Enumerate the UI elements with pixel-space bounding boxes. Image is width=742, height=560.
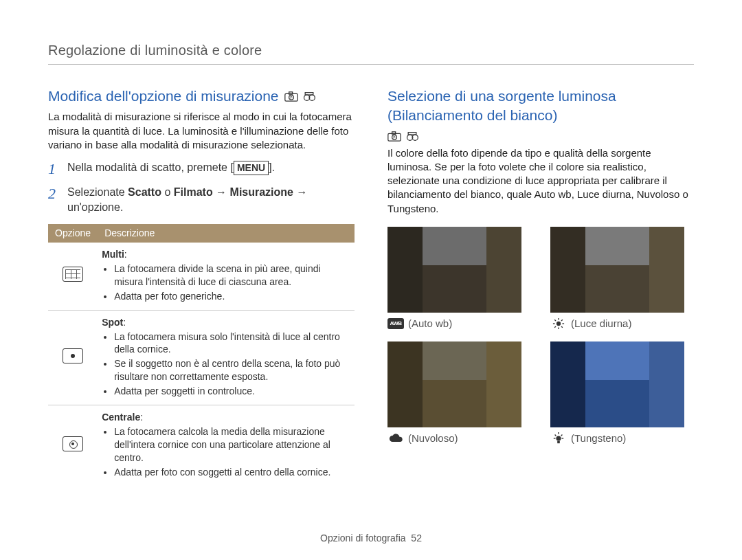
photo-mode-icon: P	[284, 91, 298, 102]
svg-rect-8	[392, 132, 396, 134]
options-table: Opzione Descrizione Multi: La fotocamera…	[48, 224, 355, 485]
right-column: Selezione di una sorgente luminosa (Bila…	[387, 87, 694, 485]
content-columns: Modifica dell'opzione di misurazione P L…	[48, 87, 694, 485]
metering-multi-icon	[63, 267, 83, 282]
awb-icon: AWB	[387, 318, 404, 329]
footer-page: 52	[411, 533, 422, 544]
thumb-image	[550, 341, 684, 427]
opt-desc-multi: Multi: La fotocamera divide la scena in …	[98, 243, 355, 310]
thumb-tungsten: (Tungsteno)	[550, 341, 694, 445]
svg-line-22	[561, 320, 563, 321]
thumb-caption: (Nuvoloso)	[387, 432, 531, 445]
thumb-image	[387, 341, 521, 427]
bullets-spot: La fotocamera misura solo l'intensità di…	[102, 331, 350, 398]
svg-line-27	[555, 435, 556, 436]
step2-arr1: →	[213, 186, 230, 198]
svg-rect-29	[557, 441, 560, 444]
right-intro: Il colore della foto dipende da tipo e q…	[387, 146, 694, 216]
caption-text: (Auto wb)	[408, 317, 452, 331]
left-title-text: Modifica dell'opzione di misurazione	[48, 87, 279, 106]
menu-key: MENU	[234, 161, 269, 175]
mode-icons-right: P	[387, 131, 419, 142]
opt-icon-spot-cell	[48, 310, 98, 405]
bullet: Se il soggetto non è al centro della sce…	[114, 357, 350, 383]
step-1: Nella modalità di scatto, premete [MENU]…	[48, 160, 355, 175]
svg-point-23	[556, 436, 561, 441]
bullet: Adatta per soggetti in controluce.	[114, 385, 350, 398]
svg-line-20	[561, 326, 563, 328]
page-footer: Opzioni di fotografia 52	[0, 532, 742, 545]
bullet: La fotocamera misura solo l'intensità di…	[114, 331, 350, 357]
thumb-caption: AWB (Auto wb)	[387, 317, 531, 331]
svg-line-19	[554, 320, 556, 321]
caption-text: (Luce diurna)	[571, 317, 631, 331]
metering-center-icon	[63, 436, 83, 451]
opt-desc-center: Centrale: La fotocamera calcola la media…	[98, 405, 355, 485]
opt-name-spot: Spot	[102, 317, 123, 328]
thumb-auto-wb: AWB (Auto wb)	[387, 227, 531, 331]
right-title-text: Selezione di una sorgente luminosa (Bila…	[387, 87, 694, 126]
table-row: Multi: La fotocamera divide la scena in …	[48, 243, 355, 310]
svg-line-21	[554, 326, 556, 328]
footer-text: Opzioni di fotografia	[320, 533, 406, 544]
svg-line-28	[561, 435, 563, 436]
caption-text: (Tungsteno)	[571, 432, 626, 445]
cloud-icon	[387, 433, 404, 444]
bulb-icon	[550, 433, 567, 444]
thumbnail-grid: AWB (Auto wb) (Luce diurna)	[387, 227, 694, 446]
step2-mid1: o	[161, 186, 174, 198]
bullet: Adatta per foto generiche.	[114, 290, 350, 303]
page-header: Regolazione di luminosità e colore	[48, 41, 694, 65]
table-row: Centrale: La fotocamera calcola la media…	[48, 405, 355, 485]
th-desc: Descrizione	[98, 224, 355, 243]
bullet: La fotocamera divide la scena in più are…	[114, 262, 350, 289]
step1-pre: Nella modalità di scatto, premete [	[67, 161, 234, 173]
opt-icon-center-cell	[48, 405, 98, 485]
step2-b1: Scatto	[128, 186, 161, 198]
step1-post: ].	[269, 161, 275, 173]
left-intro: La modalità di misurazione si riferisce …	[48, 110, 355, 152]
video-mode-icon	[405, 131, 419, 142]
opt-name-multi: Multi	[102, 249, 124, 260]
thumb-daylight: (Luce diurna)	[550, 227, 694, 331]
right-section-title: Selezione di una sorgente luminosa (Bila…	[387, 87, 694, 142]
video-mode-icon	[302, 91, 316, 102]
svg-point-14	[556, 322, 561, 326]
mode-icons-left: P	[284, 91, 316, 102]
bullet: Adatta per foto con soggetti al centro d…	[114, 466, 350, 479]
thumb-caption: (Tungsteno)	[550, 432, 694, 445]
thumb-cloudy: (Nuvoloso)	[387, 341, 531, 445]
thumb-image	[387, 227, 521, 313]
step2-b3: Misurazione	[230, 186, 293, 198]
opt-desc-spot: Spot: La fotocamera misura solo l'intens…	[98, 310, 355, 405]
caption-text: (Nuvoloso)	[408, 432, 458, 445]
sun-icon	[550, 318, 567, 329]
left-section-title: Modifica dell'opzione di misurazione P	[48, 87, 355, 106]
left-column: Modifica dell'opzione di misurazione P L…	[48, 87, 355, 485]
svg-rect-6	[305, 92, 313, 94]
th-option: Opzione	[48, 224, 98, 243]
opt-name-center: Centrale	[102, 412, 140, 423]
step2-pre: Selezionate	[67, 186, 128, 198]
bullets-multi: La fotocamera divide la scena in più are…	[102, 262, 350, 303]
thumb-image	[550, 227, 684, 313]
table-row: Spot: La fotocamera misura solo l'intens…	[48, 310, 355, 405]
step-2: Selezionate Scatto o Filmato → Misurazio…	[48, 185, 355, 214]
metering-spot-icon	[63, 348, 83, 363]
opt-icon-multi-cell	[48, 243, 98, 310]
svg-rect-1	[289, 92, 292, 94]
steps-list: Nella modalità di scatto, premete [MENU]…	[48, 160, 355, 214]
photo-mode-icon: P	[387, 131, 401, 142]
thumb-caption: (Luce diurna)	[550, 317, 694, 331]
bullets-center: La fotocamera calcola la media della mis…	[102, 425, 350, 479]
step2-b2: Filmato	[174, 186, 213, 198]
svg-rect-13	[408, 133, 416, 135]
bullet: La fotocamera calcola la media della mis…	[114, 425, 350, 464]
